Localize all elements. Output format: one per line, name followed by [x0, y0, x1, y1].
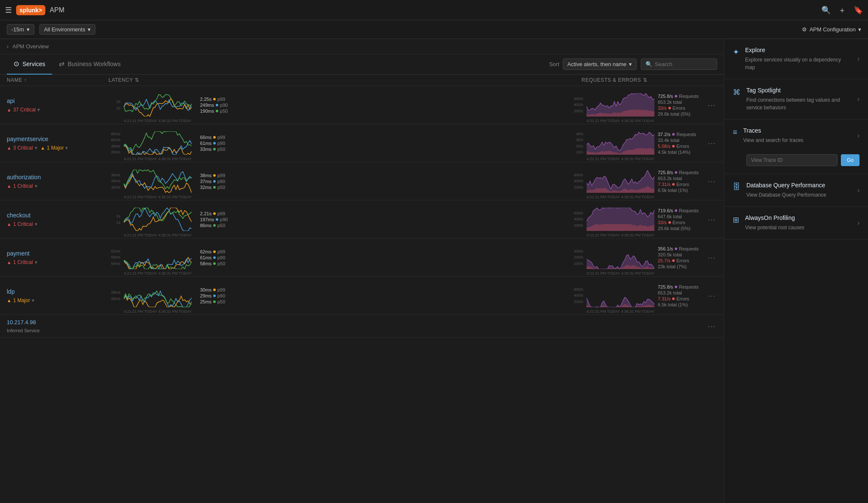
service-alerts: ▲1 Major▾	[7, 297, 108, 303]
latency-y-labels: 36ms34ms32ms	[108, 172, 120, 190]
requests-chart-area: 600/s400/s200/s 4:21:21 PM TODAY 4:36:31…	[570, 284, 654, 307]
row-menu-button[interactable]: ⋯	[706, 137, 717, 150]
right-panel: ✦ Explore Explore services visually on a…	[724, 39, 868, 503]
row-menu-button[interactable]: ⋯	[706, 213, 717, 226]
hamburger-icon[interactable]: ☰	[5, 6, 12, 15]
req-label: Requests	[679, 170, 698, 175]
y-label: 200/s	[570, 184, 583, 190]
search-icon[interactable]: 🔍	[821, 6, 831, 15]
sort-label: Sort	[549, 61, 559, 67]
req-total-value: 653.2k total	[658, 290, 682, 295]
right-item-db_query[interactable]: 🗄 Database Query Performance View Databa…	[724, 174, 868, 207]
tab-services[interactable]: ⊙ Services	[7, 54, 52, 75]
dropdown-icon[interactable]: ▾	[37, 107, 40, 113]
req-total-line: 653.2k total	[658, 100, 699, 105]
alert-triangle-icon: ▲	[7, 145, 11, 150]
alert-badge-major[interactable]: ▲1 Major▾	[41, 145, 68, 151]
right-item-traces: ≡ Traces View and search for traces › Go	[724, 119, 868, 174]
sparkline-chart	[124, 93, 192, 117]
service-requests: 600/s400/s200/s 4:21:21 PM TODAY 4:36:31…	[570, 93, 706, 117]
footer-service-name[interactable]: 10.217.4.98	[7, 319, 108, 325]
dropdown-icon[interactable]: ▾	[32, 297, 34, 303]
p50-value: 58ms	[200, 261, 211, 266]
footer-service-row: 10.217.4.98 Inferred Service ⋯	[0, 315, 724, 338]
alert-badge-critical[interactable]: ▲1 Critical▾	[7, 259, 37, 265]
y-label: 400/s	[570, 292, 583, 298]
sort-selector[interactable]: Active alerts, then name ▾	[563, 58, 637, 70]
app-name: APM	[50, 6, 64, 14]
dropdown-icon[interactable]: ▾	[35, 183, 37, 189]
area-chart	[587, 284, 654, 307]
p50-value: 33ms	[200, 147, 211, 152]
y-label: 600/s	[570, 96, 583, 102]
dropdown-icon[interactable]: ▾	[35, 145, 37, 151]
sub-navbar: -15m ▾ All Environments ▾ ⚙ APM Configur…	[0, 20, 868, 39]
latency-stats: 62ms p99 61ms p90 58ms p50	[200, 249, 225, 266]
error-rate-line: 33/s Errors	[658, 220, 699, 225]
workflows-tab-icon: ⇄	[59, 60, 64, 68]
alert-badge-critical[interactable]: ▲1 Critical▾	[7, 183, 37, 189]
row-menu-button[interactable]: ⋯	[706, 99, 717, 111]
plus-icon[interactable]: ＋	[838, 5, 846, 15]
right-item-alwayson[interactable]: ⊞ AlwaysOn Profiling View potential root…	[724, 207, 868, 239]
service-name-link[interactable]: authorization	[7, 174, 108, 181]
search-input[interactable]	[655, 61, 714, 67]
apm-config-label: APM Configuration	[810, 26, 856, 33]
sort-icon-req: ⇅	[643, 77, 648, 83]
p90-dot	[216, 218, 218, 221]
right-item-explore[interactable]: ✦ Explore Explore services visually on a…	[724, 39, 868, 79]
table-header: NAME ↑ LATENCY ⇅ REQUESTS & ERRORS ⇅	[0, 75, 724, 86]
p50-value: 86ms	[200, 223, 211, 228]
table-row: api ▲37 Critical▾ 2s1s 4:21:21 PM TODAY …	[0, 86, 724, 124]
p90-stat: 29ms p90	[200, 293, 225, 298]
service-name-link[interactable]: checkout	[7, 212, 108, 219]
req-y-labels: 300/s200/s100/s	[570, 248, 583, 267]
service-name-link[interactable]: paymentservice	[7, 136, 108, 142]
explore-content: Explore Explore services visually on a d…	[745, 47, 851, 71]
y-label: 100/s	[570, 261, 583, 267]
tab-business-workflows[interactable]: ⇄ Business Workflows	[52, 54, 128, 75]
chart-time-labels: 4:21:21 PM TODAY 4:36:31 PM TODAY	[124, 195, 192, 199]
req-total-value: 33.4k total	[658, 138, 679, 143]
dropdown-icon[interactable]: ▾	[65, 145, 68, 151]
req-rate-line: 719.6/s Requests	[658, 208, 699, 213]
tag_spotlight-content: Tag Spotlight Find connections between t…	[746, 87, 851, 111]
req-y-labels: 600/s400/s200/s	[570, 210, 583, 228]
col-header-latency[interactable]: LATENCY ⇅	[108, 77, 581, 83]
dropdown-icon[interactable]: ▾	[35, 259, 37, 265]
search-box[interactable]: 🔍	[641, 58, 717, 70]
area-chart	[587, 170, 654, 193]
alert-badge-critical[interactable]: ▲3 Critical▾	[7, 145, 37, 151]
dropdown-icon[interactable]: ▾	[35, 221, 37, 227]
row-menu-button[interactable]: ⋯	[706, 175, 717, 188]
alert-badge-major[interactable]: ▲1 Major▾	[7, 297, 34, 303]
breadcrumb-label: APM Overview	[12, 43, 49, 50]
req-stats: 356.1/s Requests 320.5k total 25.7/s Err…	[658, 246, 699, 269]
right-item-tag_spotlight[interactable]: ⌘ Tag Spotlight Find connections between…	[724, 79, 868, 119]
combined-latency-chart: 4:21:21 PM TODAY 4:36:31 PM TODAY	[124, 131, 192, 155]
apm-config-button[interactable]: ⚙ APM Configuration ▾	[802, 26, 861, 33]
time-selector[interactable]: -15m ▾	[7, 24, 34, 35]
breadcrumb[interactable]: › APM Overview	[0, 39, 724, 54]
service-name-link[interactable]: ldp	[7, 288, 108, 295]
req-total-line: 653.2k total	[658, 176, 699, 181]
env-selector[interactable]: All Environments ▾	[39, 24, 96, 35]
col-header-name[interactable]: NAME ↑	[7, 77, 108, 83]
splunk-logo: splunk>	[16, 5, 45, 15]
alert-badge-critical[interactable]: ▲37 Critical▾	[7, 107, 40, 113]
row-menu-button[interactable]: ⋯	[706, 251, 717, 264]
row-menu-button[interactable]: ⋯	[706, 289, 717, 302]
bookmark-icon[interactable]: 🔖	[854, 6, 863, 15]
footer-row-menu[interactable]: ⋯	[706, 320, 717, 333]
p99-dot	[213, 98, 216, 100]
traces-arrow[interactable]: ›	[857, 132, 860, 139]
service-name-link[interactable]: payment	[7, 250, 108, 257]
latency-chart-area: 80ms60ms40ms20ms 4:21:21 PM TODAY 4:36:3…	[108, 131, 192, 156]
service-name-link[interactable]: api	[7, 97, 108, 104]
col-header-requests[interactable]: REQUESTS & ERRORS ⇅	[581, 77, 717, 83]
y-label: 1s	[108, 105, 120, 111]
y-label: 40/s	[570, 131, 583, 137]
trace-go-button[interactable]: Go	[841, 154, 860, 166]
alert-badge-critical[interactable]: ▲1 Critical▾	[7, 221, 37, 227]
trace-id-input[interactable]	[746, 154, 837, 166]
